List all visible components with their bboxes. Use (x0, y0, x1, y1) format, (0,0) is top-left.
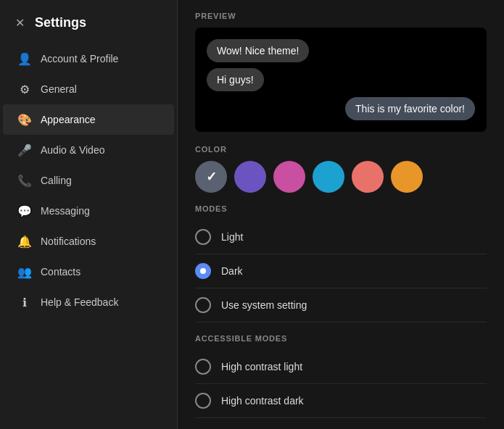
radio-light (195, 229, 211, 245)
help-icon: ℹ (17, 295, 32, 309)
mode-dark[interactable]: Dark (195, 254, 487, 288)
sidebar-item-calling[interactable]: 📞 Calling (3, 165, 174, 196)
color-swatch-salmon[interactable] (352, 161, 384, 193)
sidebar-item-messaging[interactable]: 💬 Messaging (3, 196, 174, 226)
modes-section: MODES Light Dark Use system setting (195, 204, 487, 322)
sidebar-item-general[interactable]: ⚙ General (3, 74, 174, 104)
sidebar-item-audio-video[interactable]: 🎤 Audio & Video (3, 135, 174, 165)
sidebar-item-contacts[interactable]: 👥 Contacts (3, 257, 174, 287)
mode-label-light: Light (221, 231, 243, 243)
mode-light[interactable]: Light (195, 220, 487, 254)
accessible-label: ACCESSIBLE MODES (195, 334, 487, 343)
preview-box: Wow! Nice theme!Hi guys!This is my favor… (195, 28, 487, 132)
sidebar-label-general: General (41, 83, 77, 95)
general-icon: ⚙ (17, 82, 32, 96)
messaging-icon: 💬 (17, 204, 32, 218)
radio-hc-light (195, 359, 211, 375)
calling-icon: 📞 (17, 173, 32, 188)
sidebar-label-notifications: Notifications (41, 236, 96, 247)
color-swatch-orange[interactable] (391, 161, 423, 193)
message-bubble: Wow! Nice theme! (207, 39, 309, 62)
accessible-section: ACCESSIBLE MODES High contrast light Hig… (195, 334, 487, 418)
sidebar-item-notifications[interactable]: 🔔 Notifications (3, 226, 174, 257)
message-bubble: Hi guys! (207, 68, 264, 91)
radio-dark (195, 263, 211, 279)
radio-system (195, 297, 211, 313)
sidebar-label-audio-video: Audio & Video (41, 144, 104, 156)
color-swatch-purple[interactable] (234, 161, 266, 193)
mode-label-system: Use system setting (221, 299, 307, 311)
accessible-mode-hc-dark[interactable]: High contrast dark (195, 384, 487, 418)
message-bubble: This is my favorite color! (345, 97, 475, 120)
account-icon: 👤 (17, 51, 32, 66)
accessible-mode-hc-light[interactable]: High contrast light (195, 350, 487, 384)
color-section: COLOR (195, 145, 487, 193)
radio-hc-dark (195, 393, 211, 409)
accessible-list: High contrast light High contrast dark (195, 350, 487, 418)
modes-label: MODES (195, 204, 487, 213)
preview-label: PREVIEW (195, 12, 487, 20)
notifications-icon: 🔔 (17, 234, 32, 249)
sidebar: ✕ Settings 👤 Account & Profile ⚙ General… (0, 0, 178, 429)
sidebar-item-help[interactable]: ℹ Help & Feedback (3, 287, 174, 317)
accessible-label-hc-dark: High contrast dark (221, 395, 304, 407)
settings-title: Settings (35, 15, 86, 30)
appearance-icon: 🎨 (17, 112, 32, 127)
sidebar-label-account: Account & Profile (41, 53, 118, 64)
sidebar-item-account[interactable]: 👤 Account & Profile (3, 43, 174, 74)
color-label: COLOR (195, 145, 487, 154)
sidebar-label-appearance: Appearance (41, 114, 96, 125)
sidebar-label-calling: Calling (41, 175, 72, 186)
accessible-label-hc-light: High contrast light (221, 361, 302, 372)
main-content: PREVIEW Wow! Nice theme!Hi guys!This is … (178, 0, 504, 429)
sidebar-label-contacts: Contacts (41, 266, 80, 278)
sidebar-header: ✕ Settings (0, 10, 177, 43)
color-swatch-blue[interactable] (313, 161, 344, 193)
audio-video-icon: 🎤 (17, 143, 32, 157)
sidebar-label-help: Help & Feedback (41, 296, 118, 308)
sidebar-item-appearance[interactable]: 🎨 Appearance (3, 104, 174, 135)
sidebar-label-messaging: Messaging (41, 205, 90, 217)
nav-menu: 👤 Account & Profile ⚙ General 🎨 Appearan… (0, 43, 177, 317)
modes-list: Light Dark Use system setting (195, 220, 487, 322)
contacts-icon: 👥 (17, 265, 32, 279)
mode-system[interactable]: Use system setting (195, 288, 487, 322)
color-swatches (195, 161, 487, 193)
color-swatch-pink[interactable] (273, 161, 305, 193)
mode-label-dark: Dark (221, 265, 243, 277)
color-swatch-gray[interactable] (195, 161, 227, 193)
preview-messages: Wow! Nice theme!Hi guys!This is my favor… (207, 39, 475, 120)
close-button[interactable]: ✕ (12, 14, 28, 30)
